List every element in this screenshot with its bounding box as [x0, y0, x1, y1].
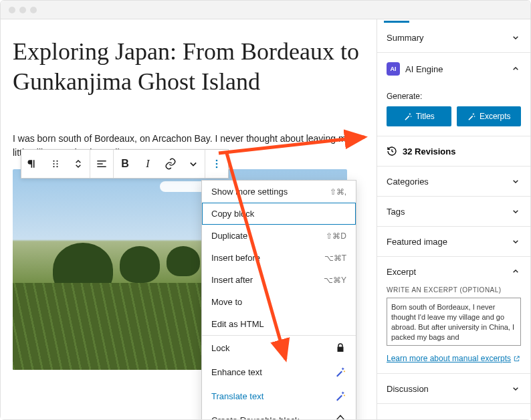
excerpt-textarea[interactable]	[387, 298, 521, 346]
browser-titlebar	[1, 1, 530, 19]
context-menu-item[interactable]: Show more settings⇧⌘,	[202, 181, 356, 203]
context-menu-item[interactable]: Edit as HTML	[202, 313, 356, 335]
revisions-row[interactable]: 32 Revisions	[377, 136, 530, 167]
panel-featured-image[interactable]: Featured image	[377, 227, 530, 256]
chevron-down-icon	[510, 383, 521, 394]
bold-icon[interactable]: B	[114, 150, 136, 178]
svg-point-6	[216, 160, 218, 162]
chevron-down-icon	[510, 206, 521, 217]
context-menu-item[interactable]: Insert before⌥⌘T	[202, 247, 356, 269]
context-menu-item[interactable]: Lock	[202, 336, 356, 360]
post-title[interactable]: Exploring Japan: From Bordeaux to Gunkan…	[13, 37, 364, 97]
italic-icon[interactable]: I	[136, 150, 159, 178]
learn-more-link[interactable]: Learn more about manual excerpts	[387, 354, 520, 363]
settings-sidebar: Summary AIAI Engine Generate: Titles	[377, 19, 530, 419]
svg-point-2	[53, 163, 54, 165]
wand-icon	[467, 112, 476, 121]
context-menu-item[interactable]: Enhance text	[202, 360, 356, 384]
context-menu-item[interactable]: Insert after⌥⌘Y	[202, 269, 356, 291]
panel-title: Summary	[387, 33, 424, 43]
svg-point-8	[216, 167, 218, 169]
excerpt-field-label: Write an excerpt (optional)	[387, 286, 521, 294]
svg-point-9	[344, 371, 345, 372]
panel-tags[interactable]: Tags	[377, 197, 530, 226]
generate-label: Generate:	[387, 92, 521, 101]
svg-point-10	[344, 395, 345, 396]
chevron-down-icon	[510, 32, 521, 43]
context-menu-item[interactable]: Move to	[202, 291, 356, 313]
svg-point-4	[53, 166, 54, 167]
svg-point-3	[56, 163, 58, 165]
context-menu-item[interactable]: Copy block	[202, 203, 356, 225]
align-icon[interactable]	[90, 150, 113, 178]
more-options-icon[interactable]	[205, 150, 228, 178]
chevron-down-icon	[510, 236, 521, 247]
chevron-up-icon	[510, 64, 521, 74]
generate-excerpts-button[interactable]: Excerpts	[457, 106, 522, 126]
svg-point-7	[216, 163, 218, 165]
window-dot	[19, 7, 26, 13]
panel-summary[interactable]: Summary	[377, 23, 530, 52]
drag-handle-icon[interactable]	[44, 150, 67, 178]
svg-point-5	[56, 166, 58, 167]
chevron-down-icon	[510, 176, 521, 187]
block-context-menu: Show more settings⇧⌘,Copy blockDuplicate…	[201, 180, 356, 419]
paragraph-block-icon[interactable]	[21, 150, 44, 178]
svg-point-1	[56, 161, 58, 162]
panel-ai-engine[interactable]: AIAI Engine	[377, 53, 530, 85]
external-link-icon	[513, 355, 520, 362]
generate-titles-button[interactable]: Titles	[387, 106, 451, 126]
link-icon[interactable]	[159, 150, 182, 178]
editor-canvas[interactable]: Exploring Japan: From Bordeaux to Gunkan…	[1, 19, 377, 419]
block-toolbar: B I	[21, 149, 229, 179]
history-icon	[387, 146, 397, 156]
context-menu-item[interactable]: Create Reusable block	[202, 408, 356, 419]
context-menu-item[interactable]: Translate text	[202, 384, 356, 408]
panel-excerpt[interactable]: Excerpt	[377, 257, 530, 286]
chevron-down-icon[interactable]	[182, 150, 205, 178]
chevron-up-icon	[510, 266, 521, 277]
window-dot	[30, 7, 37, 13]
move-arrows-icon[interactable]	[67, 150, 90, 178]
wand-icon	[403, 112, 413, 121]
svg-point-0	[53, 161, 54, 162]
window-dot	[9, 7, 15, 13]
panel-categories[interactable]: Categories	[377, 167, 530, 196]
panel-discussion[interactable]: Discussion	[377, 374, 530, 403]
ai-engine-icon: AI	[387, 62, 400, 76]
context-menu-item[interactable]: Duplicate⇧⌘D	[202, 225, 356, 247]
